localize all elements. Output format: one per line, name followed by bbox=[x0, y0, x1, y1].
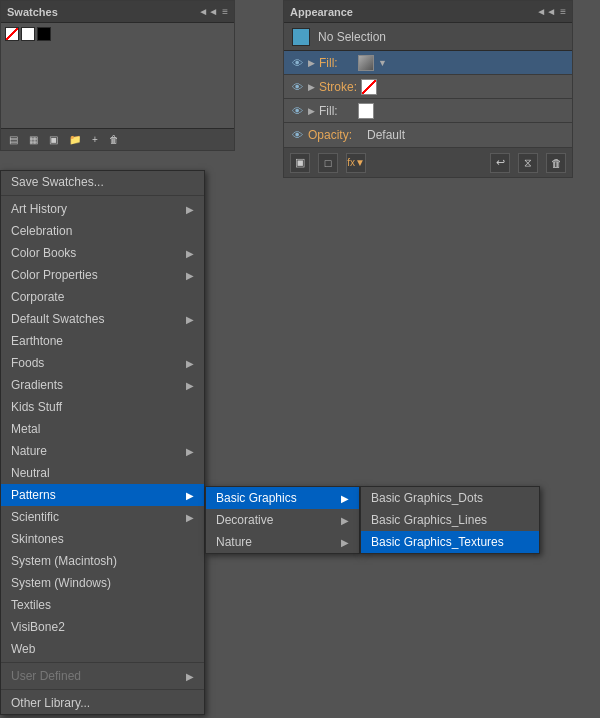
delete-swatch-icon[interactable]: 🗑 bbox=[105, 132, 123, 147]
collapse-icon[interactable]: ◄◄ bbox=[198, 6, 218, 17]
patterns-submenu: Basic Graphics ▶ Decorative ▶ Nature ▶ bbox=[205, 486, 360, 554]
menu-nature[interactable]: Nature ▶ bbox=[1, 440, 204, 462]
reduce-to-basic-button[interactable]: ⧖ bbox=[518, 153, 538, 173]
submenu-arrow: ▶ bbox=[186, 204, 194, 215]
menu-separator-2 bbox=[1, 662, 204, 663]
menu-neutral[interactable]: Neutral bbox=[1, 462, 204, 484]
appearance-header-icons: ◄◄ ≡ bbox=[536, 6, 566, 17]
no-selection-label: No Selection bbox=[318, 30, 386, 44]
fill-row-2[interactable]: 👁 ▶ Fill: bbox=[284, 99, 572, 123]
expand-arrow-2[interactable]: ▶ bbox=[308, 82, 315, 92]
menu-save-swatches[interactable]: Save Swatches... bbox=[1, 171, 204, 193]
show-color-swatches-icon[interactable]: ▦ bbox=[25, 132, 42, 147]
menu-web[interactable]: Web bbox=[1, 638, 204, 660]
fill-swatch-1[interactable] bbox=[358, 55, 374, 71]
delete-item-button[interactable]: 🗑 bbox=[546, 153, 566, 173]
menu-kids-stuff[interactable]: Kids Stuff bbox=[1, 396, 204, 418]
visibility-icon-1[interactable]: 👁 bbox=[290, 56, 304, 70]
appearance-footer: ▣ □ fx▼ ↩ ⧖ 🗑 bbox=[284, 147, 572, 177]
menu-color-books[interactable]: Color Books ▶ bbox=[1, 242, 204, 264]
swatch-black[interactable] bbox=[37, 27, 51, 41]
menu-other-library[interactable]: Other Library... bbox=[1, 692, 204, 714]
swatch-white[interactable] bbox=[21, 27, 35, 41]
menu-patterns[interactable]: Patterns ▶ bbox=[1, 484, 204, 506]
swatches-toolbar: ▤ ▦ ▣ 📁 + 🗑 bbox=[1, 128, 234, 150]
appearance-title: Appearance bbox=[290, 6, 353, 18]
clear-appearance-button[interactable]: ↩ bbox=[490, 153, 510, 173]
submenu-arrow: ▶ bbox=[341, 493, 349, 504]
appearance-collapse-icon[interactable]: ◄◄ bbox=[536, 6, 556, 17]
fill-swatch-2[interactable] bbox=[358, 103, 374, 119]
no-selection-bar: No Selection bbox=[284, 23, 572, 51]
menu-foods[interactable]: Foods ▶ bbox=[1, 352, 204, 374]
menu-separator-1 bbox=[1, 195, 204, 196]
selection-color-box bbox=[292, 28, 310, 46]
panel-header-icons: ◄◄ ≡ bbox=[198, 6, 228, 17]
menu-default-swatches[interactable]: Default Swatches ▶ bbox=[1, 308, 204, 330]
submenu2-textures[interactable]: Basic Graphics_Textures bbox=[361, 531, 539, 553]
submenu-arrow: ▶ bbox=[186, 314, 194, 325]
context-menu: Save Swatches... Art History ▶ Celebrati… bbox=[0, 170, 205, 715]
swatches-title: Swatches bbox=[7, 6, 58, 18]
show-gradient-swatches-icon[interactable]: ▣ bbox=[45, 132, 62, 147]
appearance-menu-icon[interactable]: ≡ bbox=[560, 6, 566, 17]
submenu-decorative[interactable]: Decorative ▶ bbox=[206, 509, 359, 531]
fx-button[interactable]: fx▼ bbox=[346, 153, 366, 173]
new-color-group-icon[interactable]: 📁 bbox=[65, 132, 85, 147]
submenu-arrow: ▶ bbox=[186, 671, 194, 682]
visibility-icon-2[interactable]: 👁 bbox=[290, 80, 304, 94]
menu-skintones[interactable]: Skintones bbox=[1, 528, 204, 550]
menu-user-defined: User Defined ▶ bbox=[1, 665, 204, 687]
menu-system-win[interactable]: System (Windows) bbox=[1, 572, 204, 594]
submenu-arrow: ▶ bbox=[186, 248, 194, 259]
menu-separator-3 bbox=[1, 689, 204, 690]
menu-visibone2[interactable]: VisiBone2 bbox=[1, 616, 204, 638]
opacity-label: Opacity: bbox=[308, 128, 363, 142]
show-swatch-kinds-icon[interactable]: ▤ bbox=[5, 132, 22, 147]
swatch-none[interactable] bbox=[5, 27, 19, 41]
stroke-label: Stroke: bbox=[319, 80, 357, 94]
stroke-row[interactable]: 👁 ▶ Stroke: bbox=[284, 75, 572, 99]
submenu-arrow: ▶ bbox=[186, 270, 194, 281]
fill-row-1[interactable]: 👁 ▶ Fill: ▼ bbox=[284, 51, 572, 75]
submenu-nature[interactable]: Nature ▶ bbox=[206, 531, 359, 553]
swatches-panel: Swatches ◄◄ ≡ ▤ ▦ ▣ 📁 + 🗑 bbox=[0, 0, 235, 151]
submenu-arrow: ▶ bbox=[341, 515, 349, 526]
menu-art-history[interactable]: Art History ▶ bbox=[1, 198, 204, 220]
submenu-arrow: ▶ bbox=[186, 358, 194, 369]
menu-celebration[interactable]: Celebration bbox=[1, 220, 204, 242]
appearance-panel-header: Appearance ◄◄ ≡ bbox=[284, 1, 572, 23]
menu-textiles[interactable]: Textiles bbox=[1, 594, 204, 616]
swatches-panel-header: Swatches ◄◄ ≡ bbox=[1, 1, 234, 23]
fill-label-2: Fill: bbox=[319, 104, 354, 118]
opacity-value: Default bbox=[367, 128, 405, 142]
submenu-arrow: ▶ bbox=[186, 380, 194, 391]
expand-arrow-1[interactable]: ▶ bbox=[308, 58, 315, 68]
menu-earthtone[interactable]: Earthtone bbox=[1, 330, 204, 352]
submenu2-lines[interactable]: Basic Graphics_Lines bbox=[361, 509, 539, 531]
appearance-panel: Appearance ◄◄ ≡ No Selection 👁 ▶ Fill: ▼… bbox=[283, 0, 573, 178]
fill-label-1: Fill: bbox=[319, 56, 354, 70]
menu-color-properties[interactable]: Color Properties ▶ bbox=[1, 264, 204, 286]
submenu-arrow: ▶ bbox=[186, 490, 194, 501]
menu-scientific[interactable]: Scientific ▶ bbox=[1, 506, 204, 528]
visibility-icon-4: 👁 bbox=[290, 128, 304, 142]
expand-arrow-3[interactable]: ▶ bbox=[308, 106, 315, 116]
new-swatch-icon[interactable]: + bbox=[88, 132, 102, 147]
basic-graphics-submenu: Basic Graphics_Dots Basic Graphics_Lines… bbox=[360, 486, 540, 554]
add-new-fill-button[interactable]: □ bbox=[318, 153, 338, 173]
add-new-stroke-button[interactable]: ▣ bbox=[290, 153, 310, 173]
menu-corporate[interactable]: Corporate bbox=[1, 286, 204, 308]
menu-gradients[interactable]: Gradients ▶ bbox=[1, 374, 204, 396]
fx-label: fx▼ bbox=[347, 157, 365, 168]
panel-menu-icon[interactable]: ≡ bbox=[222, 6, 228, 17]
submenu2-dots[interactable]: Basic Graphics_Dots bbox=[361, 487, 539, 509]
swatches-area bbox=[1, 23, 234, 128]
submenu-basic-graphics[interactable]: Basic Graphics ▶ bbox=[206, 487, 359, 509]
menu-metal[interactable]: Metal bbox=[1, 418, 204, 440]
stroke-swatch[interactable] bbox=[361, 79, 377, 95]
dropdown-arrow-1[interactable]: ▼ bbox=[378, 58, 387, 68]
visibility-icon-3[interactable]: 👁 bbox=[290, 104, 304, 118]
menu-system-mac[interactable]: System (Macintosh) bbox=[1, 550, 204, 572]
opacity-row: 👁 Opacity: Default bbox=[284, 123, 572, 147]
